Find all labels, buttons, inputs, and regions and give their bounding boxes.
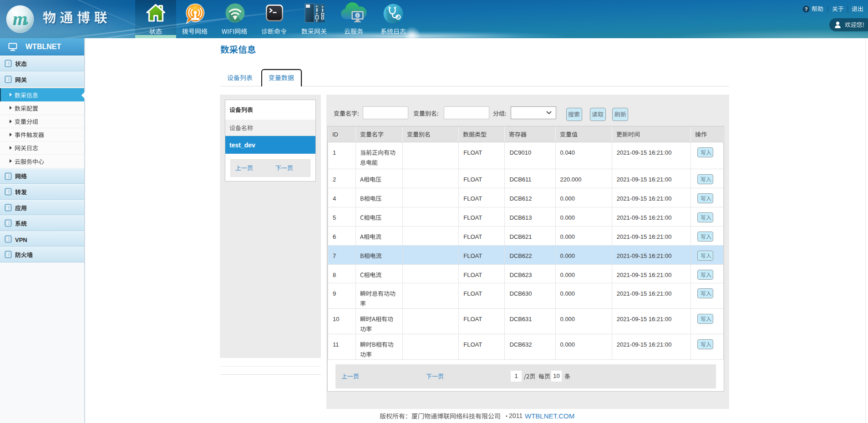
svg-text:?: ?: [805, 6, 808, 12]
svg-text:m: m: [13, 8, 28, 29]
